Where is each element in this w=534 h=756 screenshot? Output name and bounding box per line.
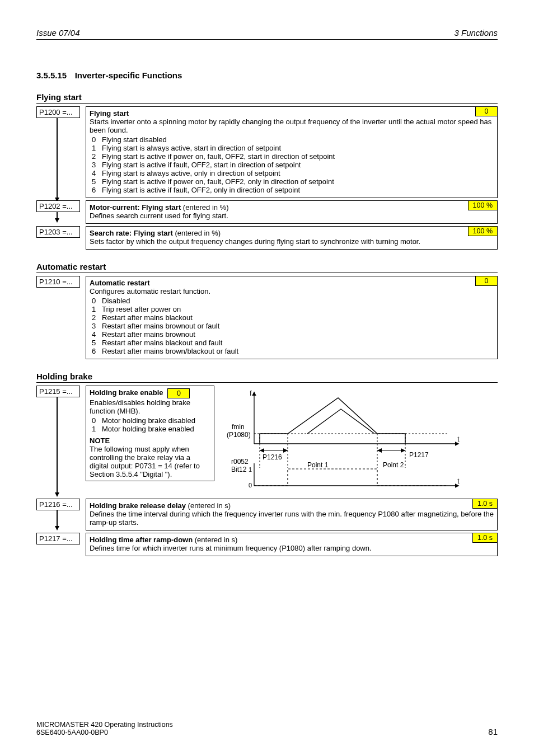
p1216-title: Holding brake release delay [90,501,186,510]
enum-num: 1 [90,425,102,433]
holding-brake-diagram: f t fmin (P1080) P1216 [220,386,498,496]
p1216-desc: 1.0 s Holding brake release delay (enter… [86,499,498,530]
svg-marker-9 [283,448,288,453]
p1210-text: Configures automatic restart function. [90,287,494,295]
page-header: Issue 07/04 3 Functions [36,28,498,40]
diagram-fmin: fmin [232,423,245,431]
p1202-param: P1202 =... [36,200,80,212]
diagram-p1217: P1217 [409,451,429,459]
p1200-enum: 0Flying start disabled 1Flying start is … [90,135,494,194]
p1200-row: P1200 =... 0 Flying start Starts inverte… [36,106,498,198]
p1215-enum: 0Motor holding brake disabled 1Motor hol… [90,416,210,433]
page-number: 81 [488,727,498,736]
p1203-param: P1203 =... [36,226,80,238]
p1216-badge: 1.0 s [472,499,498,509]
enum-txt: Flying start is always active, only in d… [102,169,494,177]
enum-num: 5 [90,177,102,186]
p1203-title-extra: (entered in %) [173,229,221,237]
footer-line1: MICROMASTER 420 Operating Instructions [36,721,173,729]
enum-num: 6 [90,186,102,194]
p1202-row: P1202 =... 100 % Motor-current: Flying s… [36,200,498,224]
section-heading: 3.5.5.15 Inverter-specific Functions [36,71,498,80]
diagram-p1080: (P1080) [227,431,251,439]
enum-txt: Flying start disabled [102,135,494,144]
diagram-point2: Point 2 [383,461,404,469]
enum-txt: Restart after mains brownout or fault [102,322,494,330]
note-text: The following must apply when controllin… [90,445,210,478]
p1215-param: P1215 =... [36,386,80,397]
p1217-row: P1217 =... 1.0 s Holding time after ramp… [36,533,498,556]
p1210-badge: 0 [475,276,498,286]
p1203-badge: 100 % [468,226,498,236]
p1200-title: Flying start [90,109,129,118]
enum-num: 0 [90,135,102,144]
p1203-title: Search rate: Flying start [90,229,173,237]
enum-txt: Restart after mains blackout and fault [102,339,494,347]
p1203-row: P1203 =... 100 % Search rate: Flying sta… [36,226,498,250]
p1216-text: Defines the time interval during which t… [90,510,494,527]
p1217-param: P1217 =... [36,533,80,544]
enum-txt: Flying start is active if fault, OFF2, s… [102,161,494,169]
diagram-one: 1 [249,466,252,473]
p1210-row: P1210 =... 0 Automatic restart Configure… [36,276,498,359]
p1216-row: P1216 =... 1.0 s Holding brake release d… [36,499,498,530]
enum-txt: Restart after mains blackout [102,313,494,322]
diagram-point1: Point 1 [307,461,329,469]
diagram-bit12: Bit12 [231,466,247,473]
p1215-row: P1215 =... Holding brake enable0 Enables… [36,386,498,496]
p1217-title-extra: (entered in s) [193,536,237,544]
svg-marker-12 [401,448,405,453]
p1202-desc: 100 % Motor-current: Flying start (enter… [86,200,498,224]
enum-num: 0 [90,416,102,425]
enum-num: 1 [90,305,102,313]
p1210-title: Automatic restart [90,279,150,287]
automatic-restart-heading: Automatic restart [36,262,498,273]
enum-num: 3 [90,322,102,330]
flying-start-heading: Flying start [36,92,498,104]
note-title: NOTE [90,436,210,445]
p1200-text: Starts inverter onto a spinning motor by… [90,118,494,134]
diagram-zero: 0 [249,482,252,489]
enum-txt: Flying start is active if power on, faul… [102,152,494,161]
p1210-param: P1210 =... [36,276,80,288]
enum-num: 0 [90,297,102,305]
p1200-desc: 0 Flying start Starts inverter onto a sp… [86,106,498,198]
holding-brake-heading: Holding brake [36,372,498,383]
p1217-desc: 1.0 s Holding time after ramp-down (ente… [86,533,498,556]
p1210-desc: 0 Automatic restart Configures automatic… [86,276,498,359]
p1216-title-extra: (entered in s) [186,501,231,510]
p1210-enum: 0Disabled 1Trip reset after power on 2Re… [90,297,494,355]
footer-line2: 6SE6400-5AA00-0BP0 [36,729,173,736]
svg-marker-11 [377,448,382,453]
p1202-badge: 100 % [468,200,498,210]
section-number: 3.5.5.15 [36,71,73,80]
enum-txt: Trip reset after power on [102,305,494,313]
p1215-desc: Holding brake enable0 Enables/disables h… [86,386,214,481]
diagram-t: t [457,435,460,443]
p1200-badge: 0 [475,106,498,116]
diagram-p1216: P1216 [263,453,282,461]
enum-txt: Flying start is active if power on, faul… [102,177,494,186]
p1215-text: Enables/disables holding brake function … [90,398,210,415]
diagram-r0052: r0052 [231,458,249,466]
enum-txt: Flying start is always active, start in … [102,144,494,152]
diagram-f: f [250,389,252,397]
svg-marker-8 [260,448,264,453]
p1202-title: Motor-current: Flying start [90,203,181,212]
p1215-title: Holding brake enable [90,388,163,397]
diagram-t2: t [457,477,460,485]
header-left: Issue 07/04 [36,28,80,37]
p1217-badge: 1.0 s [472,533,498,543]
p1203-text: Sets factor by which the output frequenc… [90,237,494,246]
p1202-text: Defines search current used for flying s… [90,212,494,220]
section-title: Inverter-specific Functions [75,71,182,80]
enum-num: 2 [90,313,102,322]
enum-num: 2 [90,152,102,161]
header-right: 3 Functions [454,28,498,37]
enum-txt: Restart after mains brown/blackout or fa… [102,347,494,355]
enum-txt: Restart after mains brownout [102,330,494,339]
enum-txt: Motor holding brake enabled [102,425,210,433]
p1215-badge: 0 [167,388,190,398]
p1217-title: Holding time after ramp-down [90,536,193,544]
enum-num: 4 [90,169,102,177]
